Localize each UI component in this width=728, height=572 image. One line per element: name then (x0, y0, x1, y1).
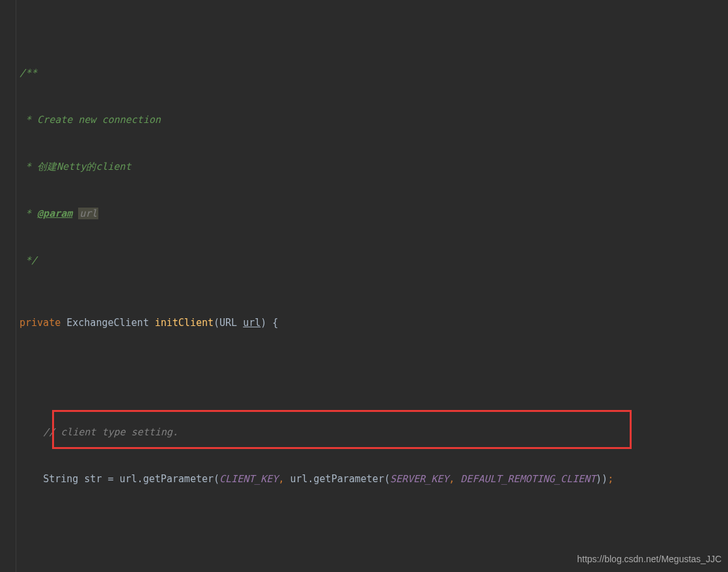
doc-line: * 创建Netty的client (20, 161, 131, 172)
comment: // client type setting. (43, 426, 178, 438)
doc-line: */ (20, 254, 37, 266)
doc-param-name: url (78, 208, 98, 219)
doc-line: /** (20, 67, 37, 79)
code-editor[interactable]: /** * Create new connection * 创建Netty的cl… (0, 0, 728, 572)
doc-line: * (20, 208, 37, 219)
code-line: String str = url.getParameter(CLIENT_KEY… (0, 471, 728, 487)
doc-line: * Create new connection (20, 114, 161, 126)
watermark: https://blog.csdn.net/Megustas_JJC (577, 551, 721, 567)
method-signature: private ExchangeClient initClient(URL ur… (0, 315, 728, 331)
doc-param-tag: @param (37, 208, 72, 219)
